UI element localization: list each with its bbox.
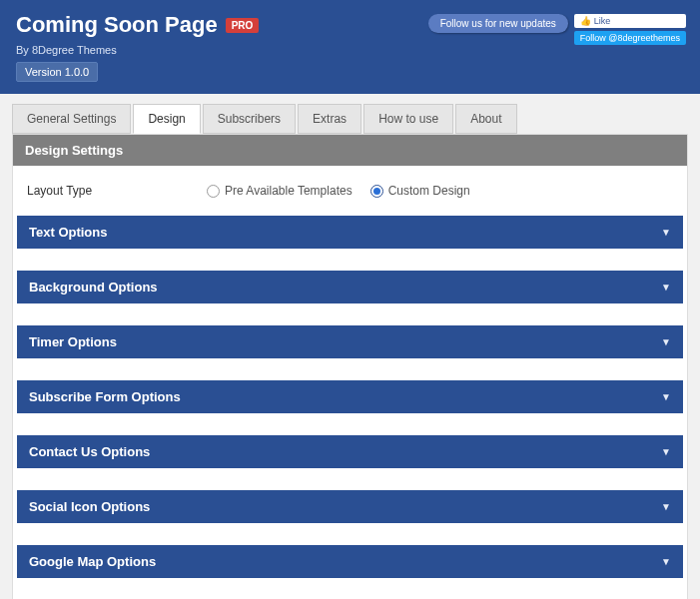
radio-icon bbox=[207, 185, 220, 198]
radio-icon bbox=[370, 185, 383, 198]
tab-general-settings[interactable]: General Settings bbox=[12, 104, 131, 134]
thumbs-up-icon: 👍 bbox=[580, 16, 591, 26]
radio-pre-templates[interactable]: Pre Available Templates bbox=[207, 184, 352, 198]
social-widgets: Follow us for new updates 👍Like Follow @… bbox=[428, 14, 686, 45]
twitter-follow-button[interactable]: Follow @8degreethemes bbox=[574, 31, 686, 45]
layout-type-label: Layout Type bbox=[27, 184, 207, 198]
chevron-down-icon: ▼ bbox=[661, 446, 671, 457]
radio-custom-design[interactable]: Custom Design bbox=[370, 184, 470, 198]
accordion-contact-us-options[interactable]: Contact Us Options ▼ bbox=[17, 435, 683, 468]
page-title: Coming Soon Page bbox=[16, 12, 218, 38]
follow-updates-pill[interactable]: Follow us for new updates bbox=[428, 14, 568, 33]
accordion-background-options[interactable]: Background Options ▼ bbox=[17, 271, 683, 303]
tab-about[interactable]: About bbox=[455, 104, 516, 134]
chevron-down-icon: ▼ bbox=[661, 391, 671, 402]
byline: By 8Degree Themes bbox=[16, 44, 684, 56]
tab-bar: General Settings Design Subscribers Extr… bbox=[0, 94, 700, 134]
settings-panel: Design Settings Layout Type Pre Availabl… bbox=[12, 134, 688, 599]
tab-how-to-use[interactable]: How to use bbox=[363, 104, 453, 134]
facebook-like-button[interactable]: 👍Like bbox=[574, 14, 686, 28]
tab-design[interactable]: Design bbox=[133, 104, 200, 134]
accordion-text-options[interactable]: Text Options ▼ bbox=[17, 216, 683, 249]
accordion-google-map-options[interactable]: Google Map Options ▼ bbox=[17, 545, 683, 578]
chevron-down-icon: ▼ bbox=[661, 556, 671, 567]
chevron-down-icon: ▼ bbox=[661, 336, 671, 347]
accordion-subscribe-form-options[interactable]: Subscribe Form Options ▼ bbox=[17, 380, 683, 413]
tab-extras[interactable]: Extras bbox=[298, 104, 361, 134]
page-header: Coming Soon Page PRO By 8Degree Themes V… bbox=[0, 0, 700, 94]
pro-badge: PRO bbox=[226, 18, 260, 33]
layout-type-radio-group: Pre Available Templates Custom Design bbox=[207, 184, 470, 198]
accordion-social-icon-options[interactable]: Social Icon Options ▼ bbox=[17, 490, 683, 523]
layout-type-row: Layout Type Pre Available Templates Cust… bbox=[13, 180, 687, 216]
chevron-down-icon: ▼ bbox=[661, 501, 671, 512]
section-title: Design Settings bbox=[13, 135, 687, 166]
chevron-down-icon: ▼ bbox=[661, 282, 671, 293]
accordion-timer-options[interactable]: Timer Options ▼ bbox=[17, 325, 683, 358]
tab-subscribers[interactable]: Subscribers bbox=[203, 104, 296, 134]
chevron-down-icon: ▼ bbox=[661, 227, 671, 238]
version-badge: Version 1.0.0 bbox=[16, 62, 98, 82]
